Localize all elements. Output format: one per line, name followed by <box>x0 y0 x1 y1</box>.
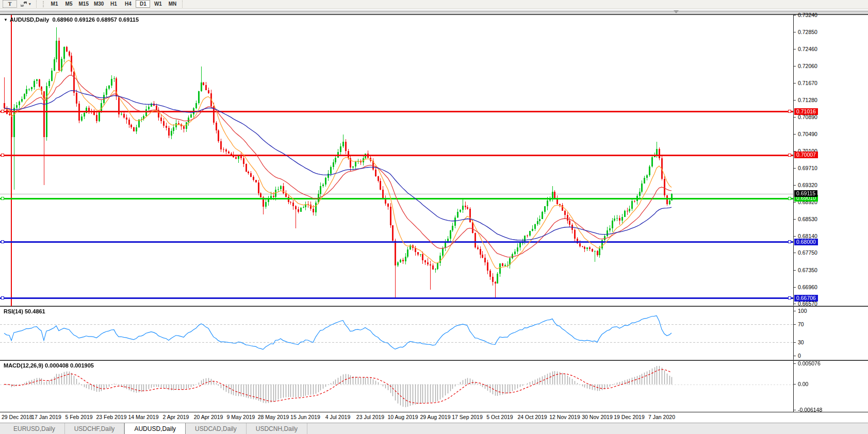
date-label: 5 Feb 2019 <box>65 414 92 420</box>
rsi-value: 50.4861 <box>25 308 45 314</box>
rsi-axis[interactable]: 10070300 <box>793 307 868 360</box>
timeframe-button-m1[interactable]: M1 <box>48 1 61 7</box>
macd-signal-value: 0.001905 <box>70 362 94 369</box>
date-label: 12 Nov 2019 <box>549 414 580 420</box>
date-label: 2 Apr 2019 <box>163 414 189 420</box>
chart-title: ▼AUDUSD,Daily 0.68960 0.69126 0.68957 0.… <box>4 16 139 23</box>
date-label: 14 Mar 2019 <box>128 414 159 420</box>
timeframe-button-mn[interactable]: MN <box>166 1 179 7</box>
price-tick-label: 0.72460 <box>794 46 817 52</box>
toolbar-separator <box>36 1 40 8</box>
timeframe-button-group: M1M5M15M30H1H4D1W1MN <box>47 0 180 8</box>
trading-terminal-window: T ▾ M1M5M15M30H1H4D1W1MN ▼AUDUSD,Daily 0… <box>0 0 868 434</box>
date-label: 9 May 2019 <box>227 414 255 420</box>
date-label: 19 Dec 2019 <box>614 414 645 420</box>
ohlc-high: 0.69126 <box>74 16 95 23</box>
date-label: 10 Aug 2019 <box>388 414 418 420</box>
date-label: 15 Jun 2019 <box>290 414 320 420</box>
rsi-tick-label: 100 <box>794 308 807 314</box>
date-label: 29 Aug 2019 <box>420 414 451 420</box>
chart-toolbar: T ▾ M1M5M15M30H1H4D1W1MN <box>0 0 868 9</box>
rsi-label: RSI(14) 50.4861 <box>4 308 45 314</box>
rsi-tick-label: 70 <box>794 321 804 327</box>
styler-arrows-icon <box>20 1 27 7</box>
price-tick-label: 0.72060 <box>794 63 817 69</box>
date-label: 4 Jul 2019 <box>325 414 350 420</box>
chart-tab-usdcad[interactable]: USDCAD,Daily <box>186 423 247 434</box>
price-tick-label: 0.72850 <box>794 29 817 35</box>
macd-tick-label: 0.005076 <box>794 360 821 366</box>
date-label: 17 Jan 2019 <box>31 414 61 420</box>
hline-price-label: 0.70007 <box>794 152 818 158</box>
macd-axis[interactable]: 0.0050760.00-0.006148 <box>793 361 868 412</box>
macd-label: MACD(12,26,9) 0.000408 0.001905 <box>4 362 94 369</box>
chart-tab-eurusd[interactable]: EURUSD,Daily <box>4 423 65 434</box>
hline-price-label: 0.66706 <box>794 295 818 302</box>
rsi-plot-area[interactable] <box>0 307 793 360</box>
macd-tick-label: 0.00 <box>794 381 808 387</box>
price-chart-panel: ▼AUDUSD,Daily 0.68960 0.69126 0.68957 0.… <box>0 14 868 306</box>
date-label: 28 May 2019 <box>258 414 289 420</box>
timeframe-button-m30[interactable]: M30 <box>92 1 106 7</box>
date-label: 20 Apr 2019 <box>194 414 223 420</box>
date-label: 7 Jan 2020 <box>648 414 675 420</box>
ohlc-close: 0.69115 <box>119 16 139 23</box>
date-label: 29 Dec 2018 <box>2 414 32 420</box>
price-tick-label: 0.68530 <box>794 216 817 222</box>
scrollbar-groove <box>0 11 868 12</box>
text-tool-button[interactable]: T <box>3 0 17 8</box>
current-price-label: 0.69115 <box>794 190 817 197</box>
timeframe-button-m15[interactable]: M15 <box>77 1 91 7</box>
chart-tab-audusd[interactable]: AUDUSD,Daily <box>124 423 186 434</box>
price-tick-label: 0.70490 <box>794 131 817 137</box>
hline-price-label: 0.68000 <box>794 239 818 245</box>
ohlc-low: 0.68957 <box>96 16 117 23</box>
date-axis[interactable]: 29 Dec 201817 Jan 20195 Feb 201923 Feb 2… <box>0 412 868 423</box>
timeframe-button-w1[interactable]: W1 <box>151 1 165 7</box>
timeframe-button-m5[interactable]: M5 <box>62 1 76 7</box>
toolbar-grip <box>43 1 46 7</box>
rsi-tick-label: 30 <box>794 339 804 345</box>
hline-price-label: 0.71016 <box>794 108 818 115</box>
macd-main-value: 0.000408 <box>45 362 69 369</box>
chart-horizontal-scrollbar[interactable] <box>0 9 868 14</box>
ohlc-collapse-icon[interactable]: ▼ <box>4 18 8 22</box>
timeframe-button-h4[interactable]: H4 <box>121 1 135 7</box>
date-label: 23 Jul 2019 <box>356 414 384 420</box>
styler-tool-button[interactable]: ▾ <box>18 1 33 7</box>
timeframe-button-h1[interactable]: H1 <box>107 1 120 7</box>
price-tick-label: 0.66960 <box>794 284 817 290</box>
macd-name: MACD(12,26,9) <box>4 362 43 369</box>
date-label: 24 Oct 2019 <box>517 414 547 420</box>
ohlc-open: 0.68960 <box>52 16 73 23</box>
date-label: 30 Nov 2019 <box>582 414 613 420</box>
price-tick-label: 0.68140 <box>794 233 817 239</box>
date-label: 23 Feb 2019 <box>96 414 127 420</box>
price-tick-label: 0.67350 <box>794 267 817 273</box>
toolbar-separator <box>182 1 186 8</box>
chart-tab-usdchf[interactable]: USDCHF,Daily <box>65 423 125 434</box>
price-tick-label: 0.71280 <box>794 97 817 103</box>
macd-plot-area[interactable] <box>0 361 793 412</box>
macd-indicator-panel: MACD(12,26,9) 0.000408 0.001905 0.005076… <box>0 360 868 412</box>
date-label: 17 Sep 2019 <box>452 414 483 420</box>
timeframe-button-d1[interactable]: D1 <box>136 0 150 8</box>
chart-symbol-period: AUDUSD,Daily <box>10 16 49 23</box>
date-label: 5 Oct 2019 <box>486 414 513 420</box>
scroll-position-marker[interactable] <box>674 10 679 13</box>
chevron-down-icon: ▾ <box>29 2 31 6</box>
rsi-indicator-panel: RSI(14) 50.4861 10070300 <box>0 306 868 360</box>
price-tick-label: 0.67750 <box>794 249 817 256</box>
price-tick-label: 0.69320 <box>794 182 817 188</box>
price-tick-label: 0.71670 <box>794 80 817 86</box>
price-tick-label: 0.73240 <box>794 12 817 18</box>
price-tick-label: 0.69710 <box>794 165 817 171</box>
symbol-tab-bar: EURUSD,DailyUSDCHF,DailyAUDUSD,DailyUSDC… <box>0 423 868 434</box>
rsi-name: RSI(14) <box>4 308 23 314</box>
chart-tab-usdcnh[interactable]: USDCNH,Daily <box>247 423 307 434</box>
rsi-tick-label: 0 <box>794 353 801 359</box>
price-axis[interactable]: 0.732400.728500.724600.720600.716700.712… <box>793 15 868 306</box>
price-chart-area[interactable] <box>0 15 793 307</box>
